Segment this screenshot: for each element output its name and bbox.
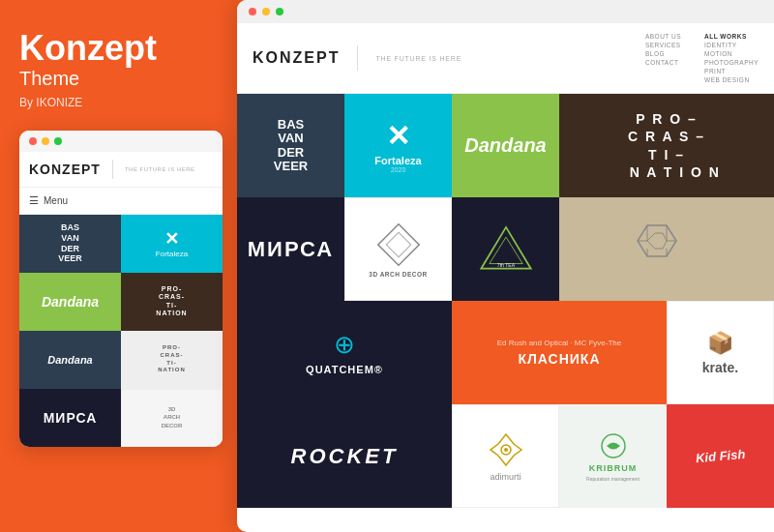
- grid-mirca: МИРСА: [237, 197, 344, 301]
- dandana-text: Dandana: [464, 134, 546, 157]
- nav-col-2: All Works Identity Motion Photography Pr…: [704, 33, 759, 83]
- mobile-menu-bar[interactable]: ☰ Menu: [19, 188, 223, 215]
- mobile-mirca-text: МИРСА: [44, 410, 98, 426]
- rocket-text: ROCKET: [291, 444, 399, 469]
- dot-red-icon: [29, 137, 37, 145]
- dot-green-icon: [54, 137, 62, 145]
- nav-separator: [357, 45, 358, 71]
- brand-title: Konzept: [19, 29, 221, 68]
- mobile-logo: KONZEPT: [29, 162, 101, 177]
- quatch-icon: ⊕: [334, 330, 355, 360]
- svg-rect-1: [386, 232, 410, 256]
- grid-kidfish: Kid Fish: [667, 404, 774, 508]
- grid-rocket: ROCKET: [237, 404, 452, 508]
- mobile-fortaleza-text: Fortaleza: [156, 250, 188, 258]
- mobile-grid-fortaleza: ✕ Fortaleza: [121, 215, 223, 273]
- mobile-grid: BASVANDERVEER ✕ Fortaleza Dandana PRO-CR…: [19, 215, 223, 447]
- krate-icon: 📦: [707, 331, 733, 356]
- nav-print[interactable]: Print: [704, 68, 759, 74]
- brand-by: By IKONIZE: [19, 96, 221, 109]
- adim-icon: [487, 430, 525, 469]
- svg-text:7th TEA: 7th TEA: [496, 262, 515, 268]
- mobile-grid-dandana2: Dandana: [19, 331, 121, 389]
- arch-label: 3D ARCH DECOR: [369, 271, 427, 278]
- mobile-mockup: KONZEPT THE FUTURE IS HERE ☰ Menu BASVAN…: [19, 131, 223, 447]
- nav-services[interactable]: SERVICES: [645, 42, 681, 48]
- desktop-logo: KONZEPT: [253, 49, 340, 67]
- kidfish-text: Kid Fish: [695, 447, 745, 465]
- mobile-grid-arch: 3DARCHDECOR: [121, 389, 223, 447]
- bas-text: BASVANDERVEER: [274, 118, 308, 173]
- menu-label: Menu: [44, 195, 68, 206]
- grid-krate: 📦 krate.: [667, 301, 774, 404]
- desktop-top-bar: [237, 0, 774, 23]
- mobile-dandana-text: Dandana: [42, 294, 99, 310]
- kribrum-icon: [599, 431, 628, 460]
- nav-contact[interactable]: CONTACT: [645, 59, 681, 66]
- nav-all-works-label[interactable]: All Works: [704, 33, 759, 40]
- mobile-dandana2-text: Dandana: [47, 354, 92, 366]
- nav-about[interactable]: ABOUT US: [645, 33, 681, 40]
- desktop-dot-yellow: [262, 8, 270, 15]
- arch-diamond-icon: [374, 221, 423, 269]
- mobile-top-bar: [19, 131, 223, 152]
- mobile-grid-procras: PRO-CRAS-TI-NATION: [121, 331, 223, 389]
- grid-pro: P R O –C R A S –T I – N A T I O N: [559, 94, 774, 197]
- desktop-nav: KONZEPT THE FUTURE IS HERE ABOUT US SERV…: [237, 23, 774, 94]
- mobile-pro-text: PRO-CRAS-TI-NATION: [152, 281, 191, 322]
- hamburger-icon: ☰: [29, 194, 39, 207]
- quatch-text: QUATCHEM®: [306, 364, 383, 375]
- svg-marker-6: [647, 233, 667, 249]
- desktop-dot-green: [276, 8, 283, 15]
- svg-point-14: [504, 448, 508, 452]
- desktop-mockup: KONZEPT THE FUTURE IS HERE ABOUT US SERV…: [237, 0, 774, 532]
- nav-identity[interactable]: Identity: [704, 42, 759, 48]
- nav-links: ABOUT US SERVICES BLOG CONTACT All Works…: [645, 33, 759, 83]
- klasnika-text: КЛАСНИКА: [518, 351, 600, 367]
- mobile-grid-dandana: Dandana: [19, 273, 121, 331]
- fortaleza-label: Fortaleza: [374, 155, 421, 166]
- nav-photography[interactable]: Photography: [704, 59, 759, 66]
- mobile-tagline: THE FUTURE IS HERE: [125, 166, 195, 172]
- mobile-arch-text: 3DARCHDECOR: [162, 405, 183, 429]
- grid-kribrum: KRIBRUM Reputation management: [559, 404, 667, 508]
- grid-quatch: ⊕ QUATCHEM®: [237, 301, 452, 404]
- fortaleza-sub: 2020: [391, 166, 406, 173]
- klasnika-sub: Ed Rush and Optical · MC Fyve-The: [497, 339, 622, 347]
- mirca-text: МИРСА: [248, 237, 335, 262]
- grid-arch: 3D ARCH DECOR: [344, 197, 452, 301]
- dot-yellow-icon: [42, 137, 49, 145]
- kribrum-text: KRIBRUM: [589, 463, 638, 473]
- mobile-procras-text: PRO-CRAS-TI-NATION: [158, 344, 186, 374]
- grid-bas: BASVANDERVEER: [237, 94, 344, 197]
- grid-geo: [559, 197, 774, 301]
- nav-web[interactable]: Web Design: [704, 76, 759, 83]
- nav-blog[interactable]: BLOG: [645, 50, 681, 57]
- triangle-icon: 7th TEA: [477, 221, 535, 279]
- brand-subtitle: Theme: [19, 68, 221, 90]
- desktop-grid: BASVANDERVEER ✕ Fortaleza 2020 Dandana P…: [237, 94, 774, 508]
- nav-motion[interactable]: Motion: [704, 50, 759, 57]
- mobile-grid-fire: МИРСА: [19, 389, 121, 447]
- mobile-header: KONZEPT THE FUTURE IS HERE: [19, 152, 223, 188]
- grid-dandana: Dandana: [452, 94, 559, 197]
- pro-text: P R O –C R A S –T I – N A T I O N: [612, 110, 721, 181]
- desktop-dot-red: [249, 8, 256, 15]
- mobile-grid-bas: BASVANDERVEER: [19, 215, 121, 273]
- left-panel: Konzept Theme By IKONIZE KONZEPT THE FUT…: [0, 0, 240, 532]
- adim-text: adimurti: [490, 472, 521, 482]
- fortaleza-icon: ✕: [386, 119, 410, 153]
- mobile-grid-pro: PRO-CRAS-TI-NATION: [121, 273, 223, 331]
- desktop-tagline: THE FUTURE IS HERE: [375, 55, 461, 62]
- nav-col-1: ABOUT US SERVICES BLOG CONTACT: [645, 33, 681, 83]
- logo-separator: [112, 160, 113, 179]
- kribrum-sub: Reputation management: [586, 476, 640, 482]
- svg-marker-3: [489, 237, 521, 263]
- mobile-bas-text: BASVANDERVEER: [54, 219, 86, 268]
- grid-adim: adimurti: [452, 404, 559, 508]
- grid-fortaleza: ✕ Fortaleza 2020: [344, 94, 452, 197]
- geo-pattern-icon: [618, 216, 715, 283]
- krate-text: krate.: [702, 360, 738, 375]
- svg-rect-0: [377, 224, 418, 265]
- grid-klasnika: Ed Rush and Optical · MC Fyve-The КЛАСНИ…: [452, 301, 667, 404]
